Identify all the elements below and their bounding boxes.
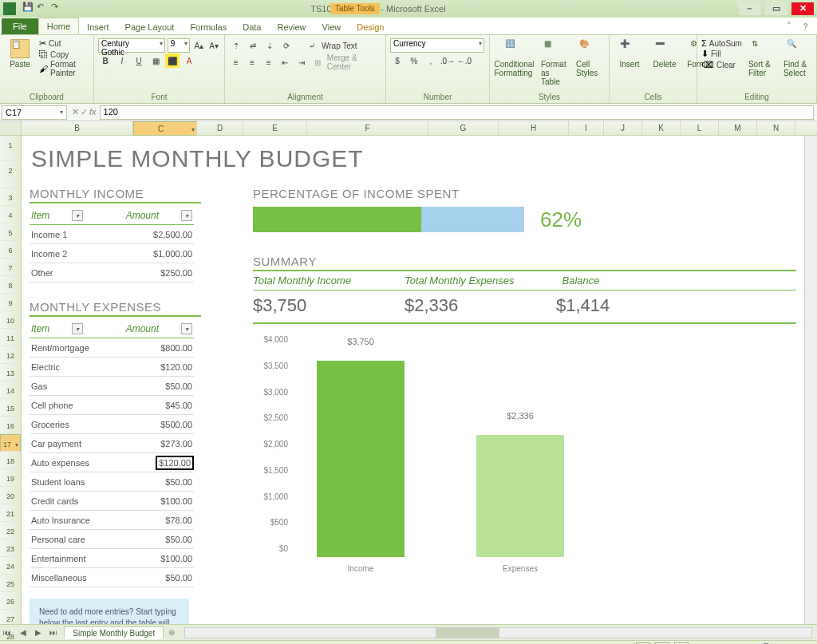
- table-row[interactable]: Personal care$50.00: [30, 530, 194, 549]
- align-center-icon[interactable]: ≡: [245, 55, 259, 69]
- copy-button[interactable]: ⿻ Copy: [39, 49, 89, 59]
- col-header[interactable]: C: [133, 121, 197, 136]
- col-header[interactable]: I: [569, 121, 604, 135]
- table-row[interactable]: Car payment$273.00: [30, 434, 194, 453]
- col-header[interactable]: J: [604, 121, 642, 135]
- filter-icon[interactable]: ▾: [72, 210, 83, 221]
- last-sheet-icon[interactable]: ⏭: [46, 628, 61, 637]
- table-row[interactable]: Cell phone$45.00: [30, 396, 194, 415]
- save-icon[interactable]: 💾: [22, 2, 34, 13]
- sheet-tab[interactable]: Simple Monthly Budget: [64, 626, 164, 639]
- cancel-formula-icon[interactable]: ✕: [72, 107, 79, 117]
- orientation-icon[interactable]: ⟳: [279, 38, 294, 53]
- table-row[interactable]: Gas$50.00: [30, 377, 194, 396]
- col-header[interactable]: G: [428, 121, 499, 135]
- tab-review[interactable]: Review: [269, 19, 314, 34]
- row-header[interactable]: 24: [0, 557, 21, 575]
- row-header[interactable]: 13: [0, 364, 21, 381]
- table-row[interactable]: Electric$120.00: [30, 358, 194, 377]
- row-header[interactable]: 7: [0, 259, 21, 276]
- insert-cells-button[interactable]: ➕Insert: [614, 38, 645, 70]
- fill-button[interactable]: ⬇ Fill: [701, 49, 742, 59]
- merge-center-button[interactable]: ⊞: [310, 55, 324, 69]
- shrink-font-icon[interactable]: A▾: [207, 38, 220, 53]
- col-header[interactable]: B: [22, 121, 133, 135]
- help-icon[interactable]: ？: [801, 21, 812, 32]
- row-header[interactable]: 19: [0, 469, 21, 487]
- filter-icon[interactable]: ▾: [72, 323, 83, 334]
- clear-button[interactable]: ⌫ Clear: [701, 60, 742, 70]
- autosum-button[interactable]: Σ AutoSum: [701, 38, 742, 48]
- table-row[interactable]: Groceries$500.00: [30, 415, 194, 434]
- align-left-icon[interactable]: ≡: [229, 55, 243, 69]
- table-row[interactable]: Student loans$50.00: [30, 472, 194, 492]
- number-format-select[interactable]: Currency: [390, 38, 484, 53]
- table-row[interactable]: Auto Insurance$78.00: [30, 511, 194, 530]
- close-button[interactable]: ✕: [791, 2, 814, 15]
- row-header[interactable]: 12: [0, 346, 21, 364]
- format-painter-button[interactable]: 🖌 Format Painter: [39, 60, 89, 77]
- grid[interactable]: SIMPLE MONTHLY BUDGET MONTHLY INCOME Ite…: [22, 136, 804, 624]
- row-header[interactable]: 8: [0, 276, 21, 294]
- fx-icon[interactable]: fx: [89, 107, 97, 117]
- decrease-decimal-icon[interactable]: ←.0: [457, 53, 472, 68]
- paste-button[interactable]: 📋Paste: [4, 38, 36, 70]
- col-header[interactable]: E: [243, 121, 307, 135]
- font-color-button[interactable]: A: [182, 53, 196, 68]
- enter-formula-icon[interactable]: ✓: [81, 107, 88, 117]
- row-header[interactable]: 28: [0, 627, 21, 644]
- indent-dec-icon[interactable]: ⇤: [278, 55, 291, 69]
- row-header[interactable]: 27: [0, 610, 21, 627]
- conditional-formatting-button[interactable]: 🔢Conditional Formatting: [494, 38, 535, 79]
- table-row[interactable]: Entertainment$100.00: [30, 549, 194, 568]
- worksheet[interactable]: 1234567891011121314151617181920212223242…: [0, 136, 817, 624]
- wrap-text-button[interactable]: ⤶: [305, 38, 319, 53]
- tab-insert[interactable]: Insert: [79, 19, 117, 34]
- table-row[interactable]: Income 2$1,000.00: [30, 244, 194, 263]
- tab-view[interactable]: View: [314, 19, 349, 34]
- filter-icon[interactable]: ▾: [181, 210, 192, 221]
- minimize-button[interactable]: －: [739, 2, 761, 15]
- tab-formulas[interactable]: Formulas: [182, 19, 235, 34]
- minimize-ribbon-icon[interactable]: ˄: [787, 21, 798, 32]
- row-header[interactable]: 14: [0, 381, 21, 399]
- undo-icon[interactable]: ↶: [37, 2, 48, 13]
- align-right-icon[interactable]: ≡: [262, 55, 275, 69]
- table-row[interactable]: Credit cards$100.00: [30, 492, 194, 511]
- col-header[interactable]: K: [642, 121, 681, 135]
- cell-styles-button[interactable]: 🎨Cell Styles: [573, 38, 605, 79]
- row-header[interactable]: 1: [0, 136, 21, 161]
- table-row[interactable]: Rent/mortgage$800.00: [30, 338, 194, 358]
- row-header[interactable]: 16: [0, 417, 21, 434]
- row-header[interactable]: 6: [0, 241, 21, 259]
- sort-filter-button[interactable]: ⇅Sort & Filter: [745, 38, 777, 79]
- row-header[interactable]: 26: [0, 592, 21, 610]
- tab-home[interactable]: Home: [38, 18, 79, 34]
- row-header[interactable]: 17: [0, 434, 21, 452]
- row-header[interactable]: 15: [0, 399, 21, 417]
- indent-inc-icon[interactable]: ⇥: [294, 55, 308, 69]
- col-header[interactable]: M: [719, 121, 757, 135]
- align-middle-icon[interactable]: ⇌: [246, 38, 260, 53]
- grow-font-icon[interactable]: A▴: [192, 38, 205, 53]
- find-select-button[interactable]: 🔍Find & Select: [780, 38, 812, 79]
- currency-icon[interactable]: $: [390, 53, 405, 68]
- row-header[interactable]: 10: [0, 311, 21, 329]
- tab-design[interactable]: Design: [349, 19, 392, 34]
- increase-decimal-icon[interactable]: .0→: [440, 53, 455, 68]
- horizontal-scrollbar[interactable]: [184, 627, 812, 638]
- row-header[interactable]: 4: [0, 206, 21, 223]
- fill-color-button[interactable]: ⬛: [165, 53, 180, 68]
- align-bottom-icon[interactable]: ⇣: [262, 38, 277, 53]
- font-name-select[interactable]: Century Gothic: [98, 38, 165, 53]
- col-header[interactable]: H: [499, 121, 569, 135]
- table-row[interactable]: Auto expenses$120.00: [30, 453, 194, 472]
- tab-data[interactable]: Data: [235, 19, 269, 34]
- table-row[interactable]: Income 1$2,500.00: [30, 225, 194, 244]
- vertical-scrollbar[interactable]: [804, 136, 817, 624]
- redo-icon[interactable]: ↷: [51, 2, 62, 13]
- align-top-icon[interactable]: ⇡: [229, 38, 243, 53]
- row-header[interactable]: 5: [0, 223, 21, 241]
- table-row[interactable]: Other$250.00: [30, 263, 194, 282]
- row-header[interactable]: 9: [0, 294, 21, 311]
